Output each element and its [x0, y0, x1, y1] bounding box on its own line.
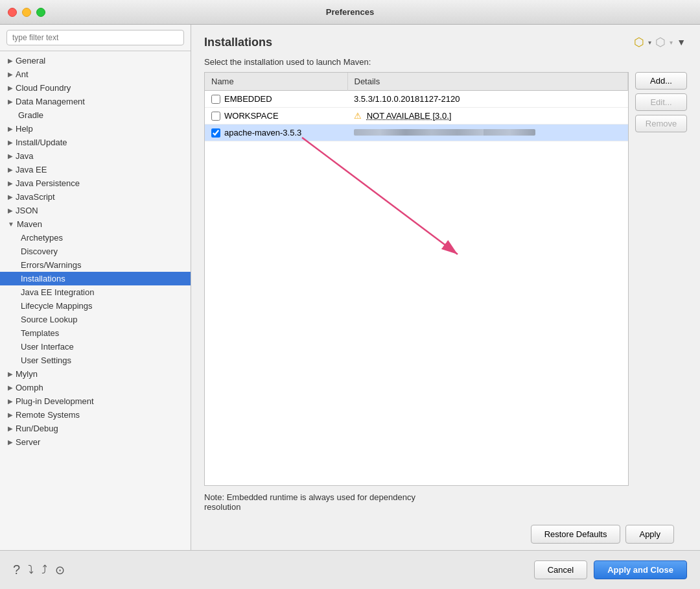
sidebar-item-label: Gradle: [18, 110, 43, 120]
sidebar-item-errors-warnings[interactable]: Errors/Warnings: [0, 258, 191, 272]
sidebar-item-templates[interactable]: Templates: [0, 326, 191, 340]
sidebar-item-label: Cloud Foundry: [16, 83, 71, 93]
details-cell: 3.5.3/1.10.0.20181127-2120: [347, 91, 628, 108]
window-controls: [8, 8, 45, 17]
sidebar-item-ant[interactable]: ▶ Ant: [0, 67, 191, 81]
sidebar-item-discovery[interactable]: Discovery: [0, 245, 191, 258]
expand-arrow: ▶: [8, 411, 13, 418]
footer: ? ⤵ ⤴ ⊙ Cancel Apply and Close: [0, 550, 700, 589]
sidebar-item-label: Templates: [21, 328, 59, 338]
close-button[interactable]: [8, 8, 17, 17]
stop-button[interactable]: ⊙: [55, 563, 65, 577]
sidebar-item-maven[interactable]: ▼ Maven: [0, 217, 191, 231]
remove-button[interactable]: Remove: [635, 115, 687, 132]
sidebar-item-label: Run/Debug: [16, 424, 58, 433]
expand-arrow: ▶: [8, 84, 13, 91]
sidebar-item-label: Mylyn: [16, 369, 38, 379]
sidebar-item-label: Errors/Warnings: [21, 260, 81, 270]
name-cell: WORKSPACE: [205, 108, 347, 125]
expand-arrow: ▶: [8, 370, 13, 378]
search-box: [0, 25, 191, 51]
expand-arrow: ▶: [8, 57, 13, 64]
cancel-button[interactable]: Cancel: [534, 560, 587, 579]
back-button[interactable]: ⬡: [633, 34, 646, 51]
sidebar-item-java-ee[interactable]: ▶ Java EE: [0, 163, 191, 176]
note-text: Note: Embedded runtime is always used fo…: [204, 486, 687, 518]
sidebar-item-label: Installations: [21, 274, 65, 283]
row-checkbox-workspace[interactable]: [211, 112, 220, 121]
sidebar-item-user-interface[interactable]: User Interface: [0, 340, 191, 354]
sidebar-item-label: Help: [16, 124, 33, 134]
sidebar-item-user-settings[interactable]: User Settings: [0, 354, 191, 367]
sidebar-item-label: Lifecycle Mappings: [21, 301, 93, 311]
sidebar-item-plugin-development[interactable]: ▶ Plug-in Development: [0, 394, 191, 408]
sidebar-item-source-lookup[interactable]: Source Lookup: [0, 313, 191, 326]
content-header: Installations ⬡ ▾ ⬡ ▾ ▼: [191, 25, 700, 57]
help-button[interactable]: ?: [13, 562, 20, 577]
expand-arrow: ▶: [8, 425, 13, 432]
sidebar-item-java-ee-integration[interactable]: Java EE Integration: [0, 285, 191, 299]
details-cell: [347, 125, 628, 141]
sidebar-item-server[interactable]: ▶ Server: [0, 435, 191, 449]
expand-arrow: ▶: [8, 71, 13, 78]
expand-arrow: ▶: [8, 152, 13, 160]
sidebar-item-label: JavaScript: [16, 192, 55, 202]
footer-icons: ? ⤵ ⤴ ⊙: [13, 562, 65, 577]
col-details: Details: [347, 73, 628, 91]
sidebar-item-gradle[interactable]: Gradle: [0, 108, 191, 122]
menu-button[interactable]: ▼: [675, 36, 687, 49]
expand-arrow: ▶: [8, 398, 13, 405]
sidebar-item-cloud-foundry[interactable]: ▶ Cloud Foundry: [0, 81, 191, 95]
apply-button[interactable]: Apply: [625, 525, 674, 544]
sidebar-item-run-debug[interactable]: ▶ Run/Debug: [0, 422, 191, 435]
add-button[interactable]: Add...: [635, 72, 687, 90]
installations-table-container[interactable]: Name Details: [204, 72, 629, 486]
sidebar-item-label: Archetypes: [21, 233, 63, 243]
forward-dropdown[interactable]: ▾: [670, 39, 673, 46]
sidebar-item-label: Data Management: [16, 97, 85, 106]
row-checkbox-apache-maven[interactable]: [211, 128, 220, 138]
edit-button[interactable]: Edit...: [635, 93, 687, 111]
sidebar-item-json[interactable]: ▶ JSON: [0, 204, 191, 217]
sidebar-item-lifecycle-mappings[interactable]: Lifecycle Mappings: [0, 299, 191, 313]
sidebar-item-installations[interactable]: Installations: [0, 272, 191, 285]
instruction-text: Select the installation used to launch M…: [204, 57, 687, 67]
row-checkbox-embedded[interactable]: [211, 95, 220, 104]
export-button[interactable]: ⤴: [41, 563, 47, 577]
name-cell: EMBEDDED: [205, 91, 347, 108]
sidebar-item-remote-systems[interactable]: ▶ Remote Systems: [0, 408, 191, 422]
table-row[interactable]: EMBEDDED 3.5.3/1.10.0.20181127-2120: [205, 91, 628, 108]
sidebar-item-label: General: [16, 56, 45, 66]
blurred-details: [354, 129, 535, 136]
sidebar-item-java[interactable]: ▶ Java: [0, 149, 191, 163]
sidebar-item-help[interactable]: ▶ Help: [0, 122, 191, 136]
table-row[interactable]: apache-maven-3.5.3: [205, 125, 628, 141]
main-layout: ▶ General ▶ Ant ▶ Cloud Foundry ▶ Data M…: [0, 25, 700, 550]
table-wrapper: Name Details: [204, 72, 687, 486]
sidebar-item-label: Oomph: [16, 383, 43, 392]
maximize-button[interactable]: [36, 8, 45, 17]
minimize-button[interactable]: [22, 8, 31, 17]
side-buttons: Add... Edit... Remove: [635, 72, 687, 486]
sidebar-item-mylyn[interactable]: ▶ Mylyn: [0, 367, 191, 381]
sidebar-item-java-persistence[interactable]: ▶ Java Persistence: [0, 176, 191, 190]
sidebar-item-oomph[interactable]: ▶ Oomph: [0, 381, 191, 394]
content-body: Select the installation used to launch M…: [191, 57, 700, 550]
table-row[interactable]: WORKSPACE ⚠ NOT AVAILABLE [3.0.]: [205, 108, 628, 125]
sidebar-item-archetypes[interactable]: Archetypes: [0, 231, 191, 245]
search-input[interactable]: [6, 30, 184, 45]
sidebar-item-general[interactable]: ▶ General: [0, 54, 191, 67]
restore-defaults-button[interactable]: Restore Defaults: [531, 525, 621, 544]
import-button[interactable]: ⤵: [28, 563, 34, 577]
back-dropdown[interactable]: ▾: [648, 39, 651, 46]
sidebar-item-label: Maven: [17, 219, 42, 229]
sidebar-item-install-update[interactable]: ▶ Install/Update: [0, 136, 191, 149]
forward-button[interactable]: ⬡: [654, 34, 667, 51]
header-toolbar: ⬡ ▾ ⬡ ▾ ▼: [633, 34, 687, 51]
apply-close-button[interactable]: Apply and Close: [594, 560, 687, 579]
sidebar-item-label: Java Persistence: [16, 178, 80, 188]
sidebar-item-label: Discovery: [21, 246, 58, 256]
sidebar-item-data-management[interactable]: ▶ Data Management: [0, 95, 191, 108]
expand-arrow: ▶: [8, 207, 13, 214]
sidebar-item-javascript[interactable]: ▶ JavaScript: [0, 190, 191, 204]
